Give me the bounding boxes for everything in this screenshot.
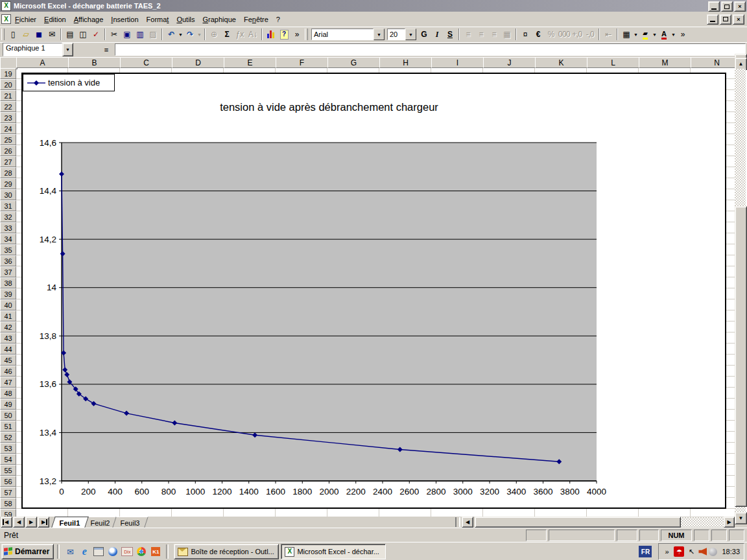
column-header-E[interactable]: E (224, 57, 276, 68)
row-header-26[interactable]: 26 (0, 145, 16, 156)
more-buttons-formatting[interactable]: » (676, 28, 689, 41)
save-button[interactable]: ◼ (32, 28, 45, 41)
row-header-56[interactable]: 56 (0, 476, 16, 487)
next-sheet-button[interactable]: ▶ (25, 517, 37, 528)
column-header-H[interactable]: H (379, 57, 432, 68)
row-header-47[interactable]: 47 (0, 377, 16, 388)
task-outlook-inbox[interactable]: Boîte de réception - Outl... (174, 544, 279, 559)
last-sheet-button[interactable]: ▶ (38, 517, 49, 528)
help-button[interactable]: ? (278, 28, 290, 41)
font-size-combo[interactable]: 20 ▼ (387, 29, 416, 40)
chart-wizard-button[interactable] (265, 28, 278, 41)
sheet-tab-feuil1[interactable]: Feuil1 (51, 517, 88, 528)
volume-icon[interactable] (698, 548, 707, 555)
bold-button[interactable]: G (418, 28, 431, 41)
print-button[interactable]: ▤ (64, 28, 77, 41)
sort-ascending-button[interactable]: A↓ (246, 28, 259, 41)
copy-button[interactable]: ▣ (121, 28, 134, 41)
chart-object[interactable]: tension à vide après débranchement charg… (21, 73, 726, 509)
language-indicator[interactable]: FR (639, 546, 652, 557)
merge-center-button[interactable]: ▦ (501, 28, 514, 41)
vertical-scroll-thumb[interactable] (735, 206, 747, 507)
row-header-38[interactable]: 38 (0, 277, 16, 288)
name-box[interactable]: Graphique 1 (3, 43, 62, 56)
row-header-52[interactable]: 52 (0, 432, 16, 443)
align-center-button[interactable]: ≡ (475, 28, 488, 41)
formatting-toolbar-grip[interactable] (305, 29, 308, 40)
equals-button[interactable]: = (101, 44, 112, 55)
row-header-32[interactable]: 32 (0, 211, 16, 222)
hscroll-right-button[interactable]: ▶ (724, 517, 735, 528)
show-desktop-icon[interactable] (93, 546, 104, 557)
align-right-button[interactable]: ≡ (488, 28, 501, 41)
row-header-33[interactable]: 33 (0, 222, 16, 233)
row-header-40[interactable]: 40 (0, 299, 16, 310)
column-header-M[interactable]: M (639, 57, 691, 68)
redo-button[interactable]: ↷ (184, 28, 196, 41)
row-header-44[interactable]: 44 (0, 344, 16, 355)
cut-button[interactable]: ✂ (108, 28, 121, 41)
underline-button[interactable]: S (444, 28, 456, 41)
row-header-59[interactable]: 59 (0, 509, 16, 517)
row-header-45[interactable]: 45 (0, 355, 16, 366)
media-player-icon[interactable] (107, 546, 119, 557)
row-header-53[interactable]: 53 (0, 443, 16, 454)
row-header-34[interactable]: 34 (0, 233, 16, 244)
row-header-23[interactable]: 23 (0, 112, 16, 123)
row-header-55[interactable]: 55 (0, 465, 16, 476)
menu-?[interactable]: ? (272, 14, 284, 25)
percent-button[interactable]: % (545, 28, 558, 41)
menu-edition[interactable]: Edition (40, 14, 70, 25)
sheet-tab-feuil3[interactable]: Feuil3 (112, 517, 148, 528)
workbook-minimize-button[interactable] (707, 14, 718, 25)
column-header-J[interactable]: J (483, 57, 536, 68)
font-color-button[interactable]: A (658, 28, 670, 41)
menu-fichier[interactable]: Fichier (11, 14, 40, 25)
avira-antivirus-icon[interactable]: ☂ (674, 546, 684, 557)
row-header-39[interactable]: 39 (0, 288, 16, 299)
more-buttons-standard[interactable]: » (290, 28, 303, 41)
prev-sheet-button[interactable]: ◀ (13, 517, 25, 528)
font-color-dropdown[interactable]: ▼ (670, 28, 676, 41)
column-header-D[interactable]: D (172, 57, 224, 68)
toolbar-grip[interactable] (1, 29, 5, 40)
borders-dropdown[interactable]: ▼ (633, 28, 639, 41)
restore-button[interactable] (721, 1, 733, 12)
row-header-21[interactable]: 21 (0, 90, 16, 101)
font-size-dropdown-icon[interactable]: ▼ (405, 29, 416, 40)
row-header-25[interactable]: 25 (0, 134, 16, 145)
autosum-button[interactable]: Σ (220, 28, 233, 41)
scroll-down-button[interactable]: ▼ (735, 512, 747, 524)
menu-fentre[interactable]: Fenêtre (240, 14, 272, 25)
hyperlink-button[interactable]: ⊕ (208, 28, 220, 41)
column-header-K[interactable]: K (535, 57, 587, 68)
row-header-37[interactable]: 37 (0, 266, 16, 277)
pointer-device-icon[interactable]: ↖ (686, 546, 696, 557)
row-header-30[interactable]: 30 (0, 189, 16, 200)
menu-format[interactable]: Format (143, 14, 173, 25)
new-document-button[interactable]: ▯ (6, 28, 19, 41)
row-header-29[interactable]: 29 (0, 178, 16, 189)
row-header-41[interactable]: 41 (0, 310, 16, 321)
print-preview-button[interactable]: ◫ (77, 28, 89, 41)
row-header-22[interactable]: 22 (0, 101, 16, 112)
row-header-36[interactable]: 36 (0, 255, 16, 266)
task-excel[interactable]: XMicrosoft Excel - déchar... (281, 544, 386, 559)
column-header-I[interactable]: I (431, 57, 484, 68)
row-header-24[interactable]: 24 (0, 123, 16, 134)
row-header-35[interactable]: 35 (0, 244, 16, 255)
row-header-48[interactable]: 48 (0, 388, 16, 399)
close-button[interactable]: × (734, 1, 746, 12)
column-header-F[interactable]: F (276, 57, 328, 68)
menu-graphique[interactable]: Graphique (199, 14, 240, 25)
horizontal-scroll-track[interactable] (681, 517, 724, 527)
spelling-button[interactable]: ✓ (89, 28, 102, 41)
increase-decimal-button[interactable]: +,0 (571, 28, 584, 41)
row-header-43[interactable]: 43 (0, 332, 16, 344)
row-header-49[interactable]: 49 (0, 399, 16, 410)
email-button[interactable]: ✉ (45, 28, 58, 41)
currency-button[interactable]: ¤ (519, 28, 532, 41)
column-header-A[interactable]: A (16, 57, 69, 68)
align-left-button[interactable]: ≡ (462, 28, 475, 41)
row-header-27[interactable]: 27 (0, 156, 16, 167)
